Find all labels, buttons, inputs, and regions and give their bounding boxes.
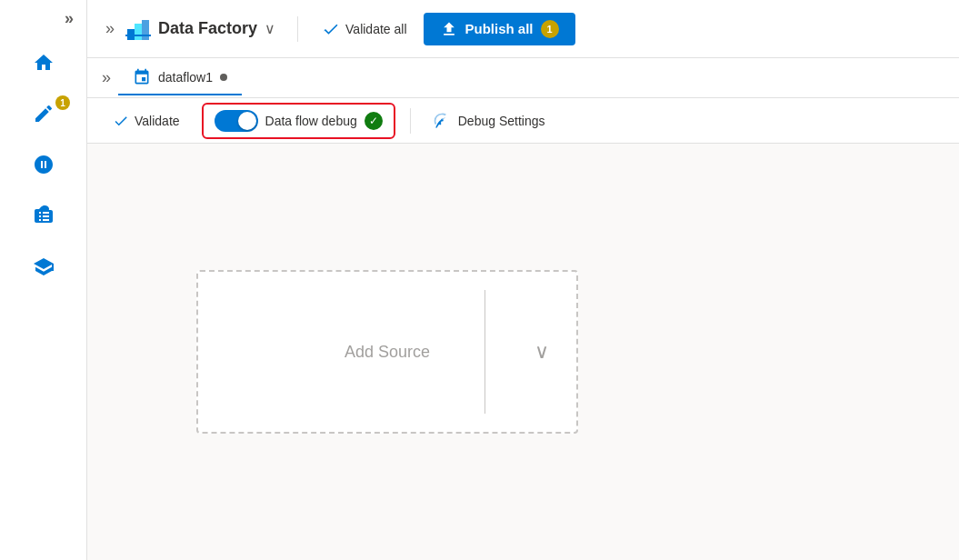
pencil-icon — [29, 99, 58, 128]
canvas: Add Source ∨ — [87, 144, 959, 560]
data-factory-icon — [125, 16, 151, 42]
debug-toggle-switch[interactable] — [215, 110, 258, 132]
validate-all-icon — [322, 20, 340, 38]
learn-icon — [29, 252, 58, 281]
main-content: » Data Factory ∨ Validate all — [87, 0, 959, 560]
tab-dataflow1-label: dataflow1 — [158, 70, 213, 85]
topbar-expand-icon[interactable]: » — [102, 15, 118, 42]
sidebar-collapse-button[interactable]: » — [0, 0, 86, 37]
validate-all-label: Validate all — [345, 22, 406, 36]
debug-check-icon: ✓ — [365, 112, 383, 130]
manage-icon — [29, 201, 58, 230]
collapse-icon: » — [65, 9, 74, 28]
topbar-brand-label: Data Factory — [158, 19, 257, 38]
monitor-icon — [29, 150, 58, 179]
tab-dataflow1[interactable]: dataflow1 — [118, 61, 242, 95]
svg-rect-2 — [142, 20, 149, 40]
author-badge: 1 — [55, 95, 70, 110]
toggle-knob — [238, 112, 256, 130]
topbar-brand-chevron[interactable]: ∨ — [265, 20, 275, 37]
sidebar: » 1 — [0, 0, 87, 560]
sidebar-item-monitor[interactable] — [0, 139, 86, 190]
toolbar: Validate Data flow debug ✓ Debug Setting… — [87, 98, 959, 144]
svg-rect-1 — [135, 24, 142, 40]
debug-settings-button[interactable]: Debug Settings — [425, 108, 553, 134]
topbar-brand: Data Factory ∨ — [125, 16, 275, 42]
debug-settings-label: Debug Settings — [458, 114, 545, 128]
publish-all-label: Publish all — [465, 21, 534, 36]
add-source-chevron-icon[interactable]: ∨ — [534, 340, 549, 364]
validate-label: Validate — [135, 114, 180, 128]
tab-unsaved-indicator — [220, 74, 227, 81]
validate-icon — [113, 113, 129, 129]
publish-all-badge: 1 — [541, 20, 559, 38]
add-source-label: Add Source — [345, 343, 430, 362]
tabbar: » dataflow1 — [87, 58, 959, 98]
tabbar-expand-icon[interactable]: » — [95, 65, 118, 91]
home-icon — [29, 48, 58, 77]
sidebar-item-manage[interactable] — [0, 190, 86, 241]
add-source-card[interactable]: Add Source ∨ — [196, 270, 578, 434]
validate-button[interactable]: Validate — [105, 109, 187, 133]
svg-rect-3 — [125, 35, 151, 36]
dataflow-icon — [133, 68, 151, 86]
debug-settings-icon — [433, 112, 451, 130]
debug-label: Data flow debug — [265, 114, 357, 128]
topbar-divider — [297, 16, 298, 42]
publish-icon — [440, 20, 458, 38]
add-source-divider — [484, 290, 485, 414]
topbar: » Data Factory ∨ Validate all — [87, 0, 959, 58]
sidebar-item-learn[interactable] — [0, 241, 86, 292]
sidebar-item-home[interactable] — [0, 37, 86, 88]
sidebar-item-author[interactable]: 1 — [0, 88, 86, 139]
publish-all-button[interactable]: Publish all 1 — [424, 13, 575, 45]
debug-toggle-area: Data flow debug ✓ — [202, 103, 395, 139]
toolbar-divider — [410, 108, 411, 134]
validate-all-button[interactable]: Validate all — [313, 15, 415, 44]
